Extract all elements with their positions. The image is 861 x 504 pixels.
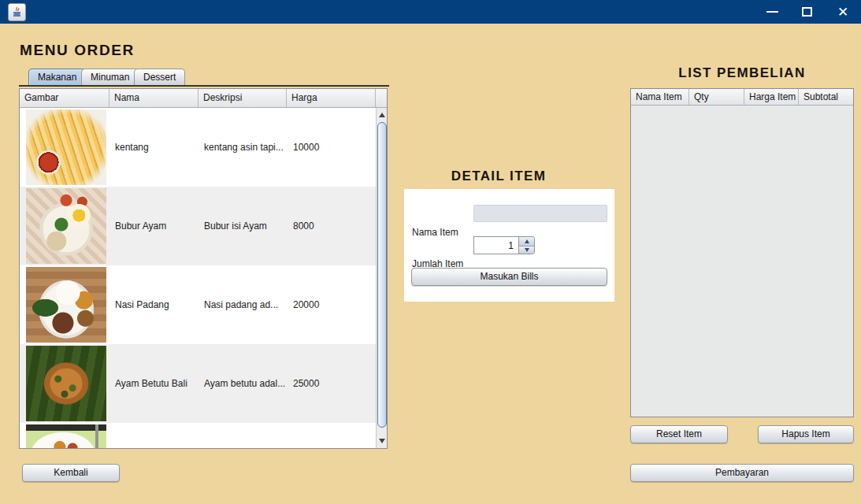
column-header-spacer [376,89,387,107]
close-button[interactable]: ✕ [825,0,861,24]
column-header-harga[interactable]: Harga [287,89,376,107]
cell-deskripsi: kentang asin tapi... [204,142,288,153]
column-header-gambar[interactable]: Gambar [20,89,109,107]
spinner-up-button[interactable] [519,237,534,246]
cell-nama: Nasi Padang [115,299,198,310]
menu-item-image-partial [26,424,106,448]
tab-divider [19,85,389,87]
cell-nama: Bubur Ayam [115,220,198,232]
cell-harga: 10000 [293,142,372,153]
menu-item-image-nasi-padang [26,267,106,343]
cell-deskripsi: Nasi padang ad... [204,299,288,310]
jumlah-item-spinner-buttons [519,236,535,254]
column-header-qty[interactable]: Qty [689,89,744,105]
scrollbar-thumb[interactable] [377,122,387,428]
minimize-button[interactable] [754,0,790,24]
scroll-up-icon [379,113,385,117]
tab-dessert[interactable]: Dessert [134,69,185,86]
table-row[interactable]: Bubur Ayam Bubur isi Ayam 8000 [20,187,376,265]
cell-harga: 20000 [293,299,372,310]
java-app-icon [8,3,26,21]
cell-deskripsi: Bubur isi Ayam [204,220,288,232]
menu-item-image-bubur-ayam [26,188,106,264]
masukan-bills-button[interactable]: Masukan Bills [411,268,607,286]
maximize-button[interactable] [789,0,825,24]
java-coffee-cup-icon [11,6,23,18]
tab-minuman[interactable]: Minuman [81,69,139,86]
column-header-deskripsi[interactable]: Deskripsi [199,89,287,107]
table-row[interactable]: Nasi Padang Nasi padang ad... 20000 [20,265,376,344]
list-pembelian-table: Nama Item Qty Harga Item Subtotal [630,88,854,417]
column-header-nama[interactable]: Nama [109,89,199,107]
cell-harga: 8000 [293,220,372,232]
menu-table-body: kentang kentang asin tapi... 10000 Bubur… [20,108,376,448]
menu-item-image-kentang [26,109,106,185]
reset-item-button[interactable]: Reset Item [630,425,728,443]
table-row[interactable]: kentang kentang asin tapi... 10000 [20,108,376,187]
menu-order-title: MENU ORDER [20,42,135,59]
spinner-up-icon [525,239,529,243]
column-header-subtotal[interactable]: Subtotal [799,89,853,105]
list-pembelian-body[interactable] [631,106,853,417]
hapus-item-button[interactable]: Hapus Item [758,425,854,443]
table-row[interactable]: Ayam Betutu Bali Ayam betutu adal... 250… [20,344,376,423]
scroll-down-icon [379,439,385,443]
cell-nama: kentang [115,142,198,153]
scroll-down-button[interactable] [377,435,388,447]
cell-deskripsi: Ayam betutu adal... [204,378,288,389]
maximize-icon [802,7,812,17]
nama-item-label: Nama Item [412,227,458,238]
menu-table: Gambar Nama Deskripsi Harga kentang kent… [19,88,388,449]
tab-makanan[interactable]: Makanan [28,69,86,86]
scroll-up-button[interactable] [377,109,388,120]
cell-nama: Ayam Betutu Bali [115,378,198,389]
menu-table-header: Gambar Nama Deskripsi Harga [20,89,387,108]
detail-item-title: DETAIL ITEM [404,169,593,184]
minimize-icon [766,11,778,13]
spinner-down-icon [525,248,529,252]
table-row[interactable] [20,423,376,448]
menu-item-image-ayam-betutu [26,346,106,421]
window-titlebar: ✕ [0,0,861,24]
kembali-button[interactable]: Kembali [22,464,120,482]
list-pembelian-title: LIST PEMBELIAN [630,65,854,81]
list-pembelian-header: Nama Item Qty Harga Item Subtotal [631,89,853,106]
column-header-nama-item[interactable]: Nama Item [631,89,689,105]
cell-harga: 25000 [293,378,372,389]
spinner-down-button[interactable] [519,246,534,254]
menu-table-scrollbar[interactable] [376,108,387,448]
nama-item-field[interactable] [473,205,607,222]
pembayaran-button[interactable]: Pembayaran [630,464,854,482]
column-header-harga-item[interactable]: Harga Item [744,89,799,105]
jumlah-item-spinner-field[interactable] [473,236,519,254]
close-icon: ✕ [837,6,848,19]
